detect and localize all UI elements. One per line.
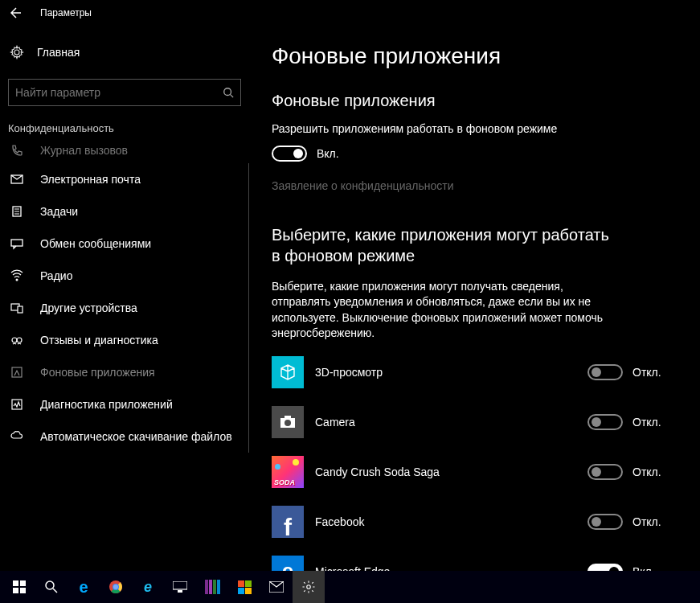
svg-point-8 <box>16 279 18 281</box>
page-title: Фоновые приложения <box>272 43 684 69</box>
svg-rect-21 <box>20 588 26 593</box>
ie-icon: e <box>144 579 152 596</box>
sidebar-item-call-history[interactable]: Журнал вызовов <box>0 142 249 163</box>
app-toggle-state: Откл. <box>632 366 673 379</box>
window-title: Параметры <box>32 7 92 18</box>
app-toggle[interactable] <box>587 514 623 530</box>
sidebar-item-auto-download[interactable]: Автоматическое скачивание файлов <box>0 420 248 453</box>
search-icon <box>44 580 59 594</box>
onenote-icon <box>204 580 220 594</box>
mail-icon <box>8 173 26 186</box>
sidebar-item-other-devices[interactable]: Другие устройства <box>0 292 248 324</box>
sidebar-item-app-diagnostics[interactable]: Диагностика приложений <box>0 388 248 420</box>
category-header: Конфиденциальность <box>0 122 249 141</box>
sidebar-item-label: Фоновые приложения <box>40 366 155 379</box>
candy-crush-icon: SODA <box>272 456 304 488</box>
svg-point-11 <box>12 338 17 343</box>
svg-point-32 <box>307 585 311 589</box>
radio-icon <box>8 269 26 282</box>
app-row-candy-crush: SODA Candy Crush Soda Saga Откл. <box>272 456 684 488</box>
app-toggle-state: Откл. <box>632 416 673 429</box>
app-row-facebook: f Facebook Откл. <box>272 506 684 538</box>
taskbar-chrome[interactable] <box>100 571 132 603</box>
section2-title: Выберите, какие приложения могут работат… <box>272 224 609 266</box>
app-toggle[interactable] <box>587 464 623 480</box>
mail-icon <box>269 581 284 593</box>
sidebar-item-label: Отзывы и диагностика <box>40 334 158 347</box>
allow-label: Разрешить приложениям работать в фоновом… <box>272 121 684 137</box>
svg-point-28 <box>113 585 118 589</box>
search-box[interactable] <box>8 79 241 106</box>
store-icon <box>238 580 252 594</box>
app-toggle-state: Откл. <box>632 466 673 478</box>
app-name: 3D-просмотр <box>315 366 587 379</box>
sidebar-item-radio[interactable]: Радио <box>0 260 248 292</box>
sidebar-item-feedback[interactable]: Отзывы и диагностика <box>0 324 248 356</box>
svg-point-22 <box>46 581 54 589</box>
sidebar-item-email[interactable]: Электронная почта <box>0 163 248 195</box>
taskbar-task-view[interactable] <box>164 571 196 603</box>
app-row-edge: e Microsoft Edge Вкл. <box>272 556 684 571</box>
windows-icon <box>13 580 26 593</box>
devices-icon <box>8 302 26 314</box>
taskbar-ie[interactable]: e <box>132 571 164 603</box>
tasks-icon <box>8 205 26 218</box>
privacy-link[interactable]: Заявление о конфиденциальности <box>272 179 684 192</box>
sidebar-item-background-apps[interactable]: Фоновые приложения <box>0 356 248 388</box>
search-button[interactable] <box>35 571 68 603</box>
app-toggle[interactable] <box>587 564 623 571</box>
taskbar-edge[interactable]: e <box>68 571 100 603</box>
taskbar: e e <box>0 571 700 603</box>
main-content: Фоновые приложения Фоновые приложения Ра… <box>249 26 700 571</box>
svg-line-1 <box>231 95 234 98</box>
sidebar: Главная Конфиденциальность Журнал вызово… <box>0 26 249 571</box>
sidebar-item-label: Задачи <box>40 205 78 218</box>
search-input[interactable] <box>15 86 223 99</box>
app-toggle[interactable] <box>587 364 623 380</box>
gear-icon <box>301 580 316 594</box>
sidebar-item-label: Автоматическое скачивание файлов <box>40 430 232 443</box>
sidebar-item-label: Электронная почта <box>40 173 141 186</box>
svg-rect-29 <box>173 581 187 589</box>
bg-apps-icon <box>8 366 26 379</box>
taskbar-onenote[interactable] <box>196 571 228 603</box>
app-row-camera: Camera Откл. <box>272 406 684 438</box>
app-toggle[interactable] <box>587 414 623 430</box>
taskbar-store[interactable] <box>228 571 260 603</box>
task-view-icon <box>173 581 187 593</box>
svg-point-16 <box>285 420 291 426</box>
arrow-left-icon <box>10 7 22 18</box>
svg-rect-10 <box>18 306 23 313</box>
app-name: Facebook <box>315 515 587 528</box>
svg-line-23 <box>53 589 57 593</box>
edge-icon: e <box>79 578 88 597</box>
svg-rect-7 <box>11 240 23 246</box>
app-name: Microsoft Edge <box>315 565 587 571</box>
svg-rect-19 <box>20 580 26 586</box>
home-link[interactable]: Главная <box>0 40 249 64</box>
sidebar-item-tasks[interactable]: Задачи <box>0 195 248 228</box>
message-icon <box>8 237 26 250</box>
home-label: Главная <box>37 46 80 59</box>
app-toggle-state: Откл. <box>632 515 673 528</box>
facebook-icon: f <box>272 506 304 538</box>
app-row-3d-viewer: 3D-просмотр Откл. <box>272 356 684 388</box>
taskbar-settings[interactable] <box>293 571 325 603</box>
app-toggle-state: Вкл. <box>632 565 673 571</box>
cloud-download-icon <box>8 430 26 443</box>
taskbar-mail[interactable] <box>260 571 293 603</box>
svg-rect-17 <box>285 416 291 419</box>
svg-rect-30 <box>178 590 182 593</box>
svg-point-0 <box>224 88 231 96</box>
3d-viewer-icon <box>272 356 304 388</box>
sidebar-item-label: Радио <box>40 269 72 282</box>
start-button[interactable] <box>3 571 35 603</box>
back-button[interactable] <box>0 0 32 26</box>
svg-rect-13 <box>12 367 22 377</box>
titlebar: Параметры <box>0 0 700 26</box>
sidebar-item-label: Журнал вызовов <box>40 144 128 157</box>
master-toggle[interactable] <box>272 146 307 162</box>
sidebar-item-messaging[interactable]: Обмен сообщениями <box>0 228 248 260</box>
app-name: Candy Crush Soda Saga <box>315 466 587 478</box>
sidebar-item-label: Диагностика приложений <box>40 398 173 411</box>
